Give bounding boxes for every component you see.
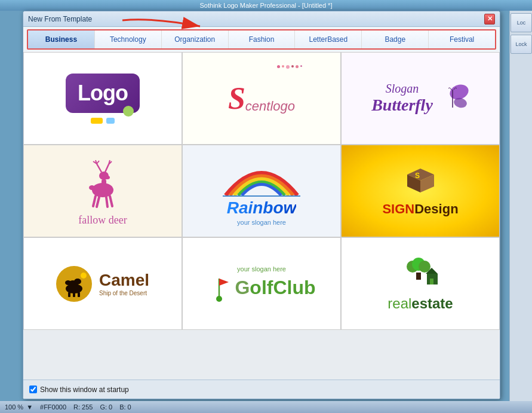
svg-point-36 [216, 296, 222, 302]
template-realestate[interactable]: realestate [341, 237, 500, 330]
svg-point-7 [105, 176, 110, 179]
svg-line-8 [97, 164, 102, 172]
scentlogo-text-wrap: S centlogo [228, 83, 295, 114]
dialog-titlebar: New From Template ✕ [23, 11, 500, 27]
svg-line-12 [105, 164, 109, 172]
butterfly-graphic-wrap: Slogan Butterfly [371, 82, 469, 115]
zoom-status: 100 % ▼ [5, 403, 33, 411]
svg-line-15 [93, 196, 96, 206]
template-logo[interactable]: Logo [23, 52, 182, 145]
svg-line-17 [106, 197, 107, 207]
camel-circle [56, 266, 92, 302]
tab-business[interactable]: Business [28, 30, 95, 48]
deer-content: fallow deer [78, 155, 127, 227]
dialog-footer: Show this window at startup [23, 380, 500, 399]
deer-icon [79, 155, 127, 209]
camel-icon [60, 270, 88, 298]
svg-rect-43 [430, 279, 433, 284]
lock-button-1[interactable]: Loc [511, 13, 532, 32]
signdesign-content: S SIGNDesign [382, 166, 458, 217]
svg-line-16 [97, 197, 99, 207]
color-b-status: B: 0 [119, 403, 131, 411]
status-bar: 100 % ▼ #FF0000 R: 255 G: 0 B: 0 [0, 401, 532, 413]
svg-point-19 [89, 185, 95, 190]
tab-festival[interactable]: Festival [429, 30, 495, 48]
tab-organization[interactable]: Organization [162, 30, 229, 48]
realestate-content: realestate [388, 256, 453, 312]
right-panel: Loc Lock [509, 11, 532, 413]
golf-name-label: GolfClub [235, 277, 315, 299]
startup-checkbox-label[interactable]: Show this window at startup [29, 386, 129, 394]
realestate-name-label: realestate [388, 295, 453, 312]
close-button[interactable]: ✕ [484, 14, 495, 25]
rainbow-name-label: Rainbow [227, 198, 297, 218]
tab-bar: Business Technology Organization Fashion… [27, 29, 496, 50]
svg-rect-32 [78, 292, 80, 297]
camel-sub-label: Ship of the Desert [99, 290, 149, 296]
svg-rect-31 [73, 292, 75, 297]
rainbow-arc-icon [220, 157, 303, 198]
svg-line-18 [110, 196, 112, 206]
template-camel[interactable]: Camel Ship of the Desert [23, 237, 182, 330]
color-hex-status: #FF0000 [40, 403, 66, 411]
template-sign-design[interactable]: S SIGNDesign [341, 145, 500, 237]
app-title: Sothink Logo Maker Professional - [Untit… [200, 2, 333, 9]
svg-text:S: S [415, 172, 420, 180]
template-golf-club[interactable]: your slogan here GolfClub [182, 237, 341, 330]
rainbow-content: Rainbow your slogan here [220, 157, 303, 226]
badge-accent-2 [106, 118, 115, 124]
svg-rect-30 [68, 292, 70, 297]
template-grid: Logo [23, 52, 500, 330]
rainbow-slogan-label: your slogan here [237, 219, 286, 226]
template-scentlogo[interactable]: S centlogo [182, 52, 341, 145]
template-slogan-butterfly[interactable]: Slogan Butterfly [341, 52, 500, 145]
golf-logo-row: GolfClub [207, 274, 315, 302]
svg-rect-29 [69, 282, 73, 287]
golf-slogan-label: your slogan here [237, 265, 286, 273]
tab-technology[interactable]: Technology [95, 30, 162, 48]
tab-badge[interactable]: Badge [362, 30, 429, 48]
butterfly-icon [436, 84, 469, 114]
svg-point-33 [81, 273, 87, 279]
template-grid-area[interactable]: Logo [23, 52, 500, 380]
realestate-icon [399, 256, 441, 292]
deer-name-label: fallow deer [78, 214, 127, 227]
camel-content: Camel Ship of the Desert [56, 266, 149, 302]
svg-line-11 [97, 161, 99, 164]
startup-checkbox[interactable] [29, 386, 37, 393]
svg-point-27 [74, 279, 81, 284]
app-titlebar: Sothink Logo Maker Professional - [Untit… [0, 0, 532, 11]
tab-letterbased[interactable]: LetterBased [295, 30, 362, 48]
color-r-status: R: 255 [73, 403, 93, 411]
color-g-status: G: 0 [100, 403, 112, 411]
dialog-window: New From Template ✕ Business Technology … [23, 11, 500, 399]
dialog-title: New From Template [28, 15, 92, 23]
tab-fashion[interactable]: Fashion [229, 30, 296, 48]
svg-rect-5 [102, 179, 106, 190]
template-fallow-deer[interactable]: fallow deer [23, 145, 182, 237]
golf-content: your slogan here GolfClub [207, 265, 315, 302]
signdesign-box-icon: S [404, 166, 437, 195]
badge-accent-1 [91, 118, 103, 124]
signdesign-label: SIGNDesign [382, 201, 458, 217]
lock-button-2[interactable]: Lock [511, 35, 532, 54]
logo-badge-graphic: Logo [66, 74, 140, 113]
template-rainbow[interactable]: Rainbow your slogan here [182, 145, 341, 237]
scentlogo-dots [277, 65, 307, 69]
startup-checkbox-text: Show this window at startup [40, 386, 129, 394]
svg-marker-35 [219, 279, 229, 286]
svg-rect-40 [416, 273, 421, 280]
golf-icon [207, 274, 232, 302]
camel-name-label: Camel [99, 271, 149, 290]
